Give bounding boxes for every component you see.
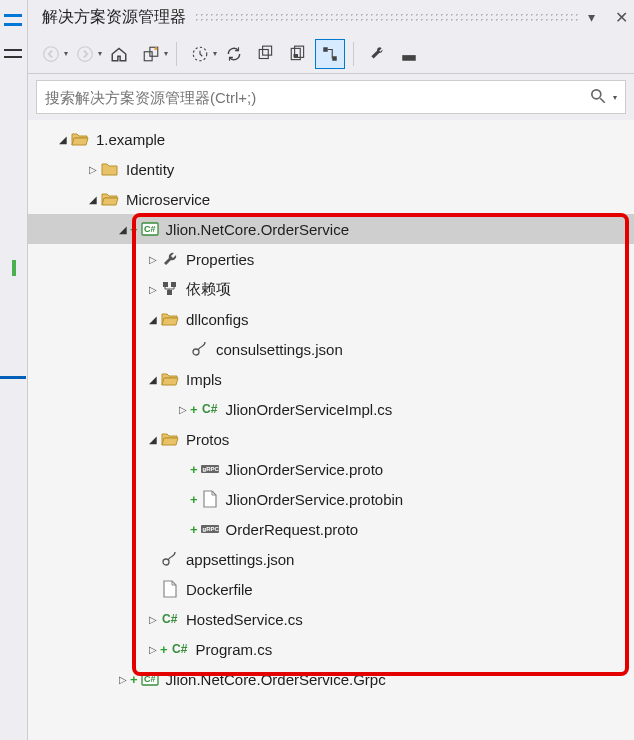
- node-label: Jlion.NetCore.OrderService: [166, 221, 349, 238]
- forward-dropdown[interactable]: ▾: [98, 49, 102, 58]
- switch-views-dropdown[interactable]: ▾: [164, 49, 168, 58]
- git-added-icon: +: [130, 222, 138, 237]
- sync-button[interactable]: [219, 39, 249, 69]
- node-label: Identity: [126, 161, 174, 178]
- back-dropdown[interactable]: ▾: [64, 49, 68, 58]
- svg-point-0: [44, 46, 59, 61]
- switch-views-button[interactable]: [136, 39, 166, 69]
- expand-arrow[interactable]: ◢: [146, 314, 160, 325]
- svg-rect-9: [294, 54, 299, 57]
- properties-button[interactable]: [362, 39, 392, 69]
- svg-rect-10: [323, 47, 328, 52]
- node-label: JlionOrderService.proto: [226, 461, 384, 478]
- pending-dropdown[interactable]: ▾: [213, 49, 217, 58]
- folder-impls[interactable]: ◢Impls: [28, 364, 634, 394]
- node-label: Program.cs: [196, 641, 273, 658]
- node-label: Properties: [186, 251, 254, 268]
- folder-properties[interactable]: ▷Properties: [28, 244, 634, 274]
- node-label: Impls: [186, 371, 222, 388]
- expand-arrow[interactable]: ▷: [116, 674, 130, 685]
- svg-rect-6: [263, 46, 272, 55]
- show-all-files-button[interactable]: [283, 39, 313, 69]
- track-active-button[interactable]: [315, 39, 345, 69]
- gutter-mark: [4, 14, 22, 26]
- node-label: appsettings.json: [186, 551, 294, 568]
- node-label: JlionOrderServiceImpl.cs: [226, 401, 393, 418]
- home-button[interactable]: [104, 39, 134, 69]
- gutter-change-mark: [12, 260, 16, 276]
- node-label: dllconfigs: [186, 311, 249, 328]
- svg-rect-5: [259, 49, 268, 58]
- back-button[interactable]: [36, 39, 66, 69]
- node-label: HostedService.cs: [186, 611, 303, 628]
- close-icon[interactable]: ✕: [615, 8, 628, 27]
- expand-arrow[interactable]: ▷: [146, 614, 160, 625]
- editor-gutter: [0, 0, 28, 740]
- expand-arrow[interactable]: ▷: [146, 254, 160, 265]
- node-label: JlionOrderService.protobin: [226, 491, 404, 508]
- file-orderserviceimpl[interactable]: ▷+JlionOrderServiceImpl.cs: [28, 394, 634, 424]
- expand-arrow[interactable]: ◢: [56, 134, 70, 145]
- dropdown-icon[interactable]: ▾: [588, 9, 595, 25]
- file-consulsettings[interactable]: ▷consulsettings.json: [28, 334, 634, 364]
- node-label: Protos: [186, 431, 229, 448]
- git-added-icon: +: [190, 522, 198, 537]
- panel-titlebar: 解决方案资源管理器 ▾ ✕: [28, 0, 634, 34]
- json-icon: [190, 339, 210, 359]
- node-label: 1.example: [96, 131, 165, 148]
- toolbar: ▾ ▾ ▾ ▾: [28, 34, 634, 74]
- folder-dependencies[interactable]: ▷依赖项: [28, 274, 634, 304]
- file-dockerfile[interactable]: ▷Dockerfile: [28, 574, 634, 604]
- preview-button[interactable]: [394, 39, 424, 69]
- folder-open-icon: [160, 309, 180, 329]
- folder-protos[interactable]: ◢Protos: [28, 424, 634, 454]
- cs-icon: [200, 399, 220, 419]
- file-orderservice-proto[interactable]: ▷+JlionOrderService.proto: [28, 454, 634, 484]
- titlebar-grip[interactable]: [194, 12, 580, 22]
- file-hostedservice[interactable]: ▷HostedService.cs: [28, 604, 634, 634]
- node-label: consulsettings.json: [216, 341, 343, 358]
- gutter-mark: [4, 46, 22, 60]
- wrench-icon: [160, 249, 180, 269]
- search-icon[interactable]: [589, 87, 607, 108]
- project-orderservice[interactable]: ◢+Jlion.NetCore.OrderService: [28, 214, 634, 244]
- search-input[interactable]: [45, 89, 589, 106]
- expand-arrow[interactable]: ▷: [146, 644, 160, 655]
- git-added-icon: +: [190, 462, 198, 477]
- git-added-icon: +: [190, 402, 198, 417]
- file-icon: [200, 489, 220, 509]
- expand-arrow[interactable]: ▷: [176, 404, 190, 415]
- search-dropdown[interactable]: ▾: [613, 93, 617, 102]
- pending-changes-button[interactable]: [185, 39, 215, 69]
- expand-arrow[interactable]: ◢: [86, 194, 100, 205]
- folder-open-icon: [160, 369, 180, 389]
- folder-dllconfigs[interactable]: ◢dllconfigs: [28, 304, 634, 334]
- svg-point-1: [78, 46, 93, 61]
- csproj-icon: [140, 669, 160, 689]
- file-program[interactable]: ▷+Program.cs: [28, 634, 634, 664]
- folder-microservice[interactable]: ◢Microservice: [28, 184, 634, 214]
- project-orderservice-grpc[interactable]: ▷+Jlion.NetCore.OrderService.Grpc: [28, 664, 634, 694]
- folder-identity[interactable]: ▷Identity: [28, 154, 634, 184]
- toolbar-separator: [353, 42, 354, 66]
- expand-arrow[interactable]: ◢: [116, 224, 130, 235]
- expand-arrow[interactable]: ▷: [86, 164, 100, 175]
- tree-view[interactable]: ◢1.example▷Identity◢Microservice◢+Jlion.…: [28, 120, 634, 740]
- file-orderservice-protobin[interactable]: ▷+JlionOrderService.protobin: [28, 484, 634, 514]
- expand-arrow[interactable]: ◢: [146, 434, 160, 445]
- forward-button[interactable]: [70, 39, 100, 69]
- folder-open-icon: [100, 189, 120, 209]
- file-appsettings[interactable]: ▷appsettings.json: [28, 544, 634, 574]
- svg-point-13: [592, 89, 601, 98]
- node-label: OrderRequest.proto: [226, 521, 359, 538]
- file-orderrequest-proto[interactable]: ▷+OrderRequest.proto: [28, 514, 634, 544]
- deps-icon: [160, 279, 180, 299]
- folder-example[interactable]: ◢1.example: [28, 124, 634, 154]
- cs-icon: [160, 609, 180, 629]
- grpc-icon: [200, 459, 220, 479]
- expand-arrow[interactable]: ▷: [146, 284, 160, 295]
- node-label: Microservice: [126, 191, 210, 208]
- git-added-icon: +: [130, 672, 138, 687]
- expand-arrow[interactable]: ◢: [146, 374, 160, 385]
- collapse-all-button[interactable]: [251, 39, 281, 69]
